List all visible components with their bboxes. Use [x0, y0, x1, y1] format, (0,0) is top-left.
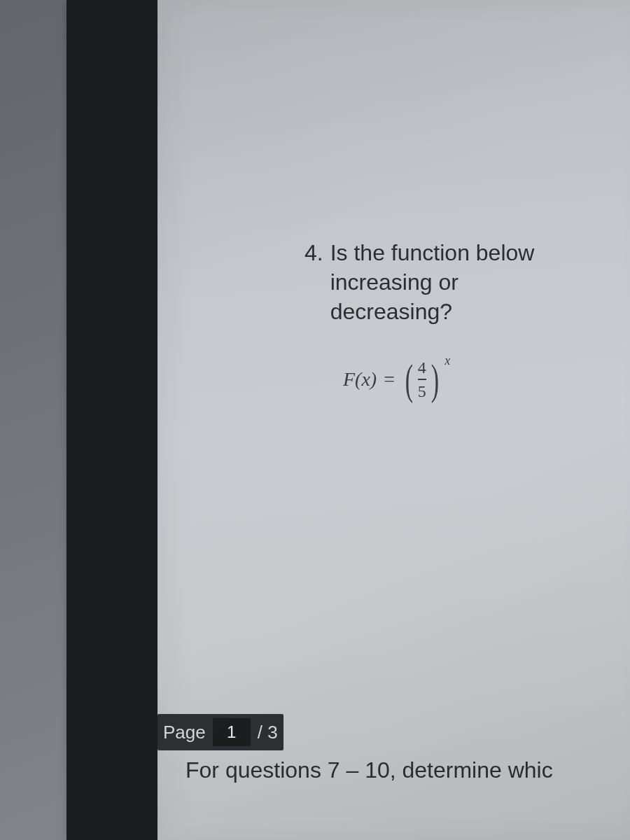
page-label: Page: [163, 722, 206, 743]
fraction-bar: [418, 379, 426, 380]
right-paren-icon: ): [430, 358, 438, 401]
formula-equals: =: [381, 368, 398, 391]
question-number: 4.: [304, 238, 323, 267]
fraction: 4 5: [416, 359, 428, 400]
fraction-denominator: 5: [418, 381, 426, 400]
fraction-numerator: 4: [418, 359, 426, 378]
page-toolbar: Page / 3: [158, 714, 284, 750]
page-number-input[interactable]: [213, 718, 251, 746]
formula-exponent: x: [444, 354, 450, 368]
left-paren-icon: (: [405, 358, 413, 401]
section-instructions: For questions 7 – 10, determine whic: [186, 757, 553, 783]
formula-lhs: F(x): [343, 368, 377, 391]
page-total: / 3: [258, 722, 278, 743]
formula-base: ( 4 5 ): [402, 358, 442, 401]
question-text: Is the function below increasing or decr…: [330, 238, 535, 326]
function-formula: F(x) = ( 4 5 ) x: [343, 358, 630, 401]
screen-photo: 4. Is the function below increasing or d…: [0, 0, 630, 840]
document-page: 4. Is the function below increasing or d…: [158, 0, 630, 840]
question-4: 4. Is the function below increasing or d…: [304, 238, 630, 401]
pdf-sidebar: [66, 0, 158, 840]
